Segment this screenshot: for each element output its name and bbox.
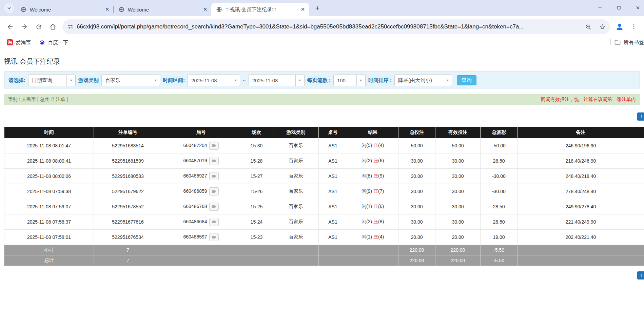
column-header: 局号 (162, 127, 240, 138)
cell-total-bet[interactable]: 30.00 (398, 169, 435, 184)
sort-label: 时间排序 : (368, 77, 392, 84)
cell-bet-id: 522951680583 (94, 169, 162, 184)
plus-icon (314, 5, 320, 11)
video-replay-button[interactable] (209, 172, 219, 180)
summary-count: 7 (94, 255, 162, 266)
back-button[interactable] (3, 20, 17, 34)
cell-valid-bet: 20.00 (435, 230, 481, 245)
query-type-select[interactable]: 日期查询 (28, 75, 76, 86)
video-replay-button[interactable] (209, 187, 219, 195)
player-count: (1) (366, 204, 372, 209)
round-id-text: 660486684 (183, 219, 207, 224)
cell-game-type: 百家乐 (273, 230, 319, 245)
cell-bet-id: 522951677616 (94, 214, 162, 230)
tab-search-button[interactable] (4, 3, 14, 13)
summary-empty-cell (319, 245, 347, 255)
tab-close-icon[interactable]: ✕ (299, 6, 306, 13)
cell-round-id: 660486684 (162, 214, 240, 230)
tab-welcome-1[interactable]: Welcome ✕ (16, 3, 113, 16)
banker-result: 庄 (373, 219, 378, 224)
maximize-button[interactable] (609, 0, 628, 16)
browser-menu-button[interactable] (627, 20, 641, 34)
page-1-button[interactable]: 1 (637, 271, 644, 279)
date-to-select[interactable]: 2025-11-08 (249, 75, 305, 86)
star-icon (599, 24, 606, 30)
site-info-icon[interactable] (67, 23, 74, 30)
new-tab-button[interactable] (312, 3, 323, 13)
date-to-value: 2025-11-08 (249, 78, 295, 83)
bookmark-taobao[interactable]: 淘 爱淘宝 (3, 38, 35, 47)
player-result: 闲 (362, 234, 366, 240)
cell-time: 2025-11-08 07:59:38 (4, 184, 94, 199)
url-text[interactable]: 66cxkj98.com/ipl/portal.php/game/betreco… (77, 23, 580, 30)
game-type-select[interactable]: 百家乐 (101, 75, 160, 86)
cell-total-bet[interactable]: 30.00 (398, 214, 435, 230)
per-page-select[interactable]: 100 (333, 75, 366, 86)
banker-count: (6) (378, 158, 384, 163)
select-arrow[interactable] (356, 75, 365, 86)
video-icon (211, 189, 217, 194)
cell-bet-id: 522951679622 (94, 184, 162, 199)
tab-welcome-2[interactable]: Welcome ✕ (114, 3, 211, 16)
window-controls (590, 0, 644, 16)
cell-valid-bet: 30.00 (435, 153, 481, 169)
bookmark-baidu[interactable]: 百度一下 (35, 38, 72, 47)
cell-total-bet[interactable]: 50.00 (398, 138, 435, 153)
kebab-menu-icon (630, 23, 637, 30)
select-arrow[interactable] (295, 75, 304, 86)
video-replay-button[interactable] (209, 233, 219, 241)
chevron-down-icon (446, 80, 449, 81)
banker-count: (8) (378, 219, 384, 224)
tab-close-icon[interactable]: ✕ (202, 6, 209, 13)
cell-total-bet[interactable]: 30.00 (398, 153, 435, 169)
chevron-down-icon (70, 80, 73, 81)
column-header: 桌号 (319, 127, 347, 138)
all-bookmarks-button[interactable]: 所有书签 (614, 39, 644, 46)
address-bar[interactable]: 66cxkj98.com/ipl/portal.php/game/betreco… (62, 19, 610, 34)
bet-note-text: 同局有效投注，统一计算在该局第一张注单内 (541, 97, 636, 103)
tab-close-icon[interactable]: ✕ (104, 6, 111, 13)
cell-result: 闲(9)庄(7) (347, 184, 398, 199)
bookmarks-right: 所有书签 (610, 39, 644, 46)
cell-total-bet[interactable]: 20.00 (398, 230, 435, 245)
select-arrow[interactable] (66, 75, 75, 86)
bookmark-star-button[interactable] (597, 21, 608, 33)
cell-total-bet[interactable]: 30.00 (398, 184, 435, 199)
bookmarks-divider (610, 39, 611, 45)
table-row: 2025-11-08 08:00:41522951681599660487019… (4, 153, 644, 169)
cell-total-bet[interactable]: 30.00 (398, 199, 435, 214)
date-from-select[interactable]: 2025-11-08 (188, 75, 240, 86)
zoom-level-button[interactable] (582, 21, 594, 33)
cell-round-id: 660487204 (162, 138, 240, 153)
cell-table-no: AS1 (319, 199, 347, 214)
home-button[interactable] (46, 20, 60, 34)
reload-button[interactable] (32, 20, 45, 34)
minimize-button[interactable] (590, 0, 609, 16)
profile-button[interactable] (613, 20, 626, 34)
filter-bar: 请选择: 日期查询 游戏类别 百家乐 时间区间: 2025-11-08 ~ 20… (4, 71, 640, 89)
chevron-down-icon (6, 5, 12, 11)
video-replay-button[interactable] (209, 218, 219, 226)
close-window-button[interactable] (628, 0, 644, 16)
cell-round-id: 660487019 (162, 153, 240, 169)
folder-icon (614, 39, 621, 46)
summary-empty-cell (273, 245, 319, 255)
video-replay-button[interactable] (209, 157, 219, 165)
video-replay-button[interactable] (209, 142, 219, 150)
tab-strip: Welcome ✕ Welcome ✕ :::视讯 会员下注纪录::: ✕ (0, 0, 644, 16)
globe-icon (20, 6, 26, 13)
forward-button[interactable] (18, 20, 31, 34)
select-arrow[interactable] (151, 75, 160, 86)
sort-select[interactable]: 降幂(由大到小) (394, 75, 452, 86)
banker-result: 庄 (373, 158, 378, 163)
banker-result: 庄 (373, 173, 378, 179)
tab-bet-record-active[interactable]: :::视讯 会员下注纪录::: ✕ (211, 3, 309, 16)
select-arrow[interactable] (443, 75, 452, 86)
cell-bet-id: 522951676534 (94, 230, 162, 245)
video-replay-button[interactable] (209, 203, 219, 211)
cell-session: 15-27 (240, 169, 273, 184)
page-1-button[interactable]: 1 (637, 112, 644, 121)
minimize-icon (597, 5, 603, 11)
search-button[interactable]: 查询 (457, 75, 476, 85)
select-arrow[interactable] (231, 75, 240, 86)
